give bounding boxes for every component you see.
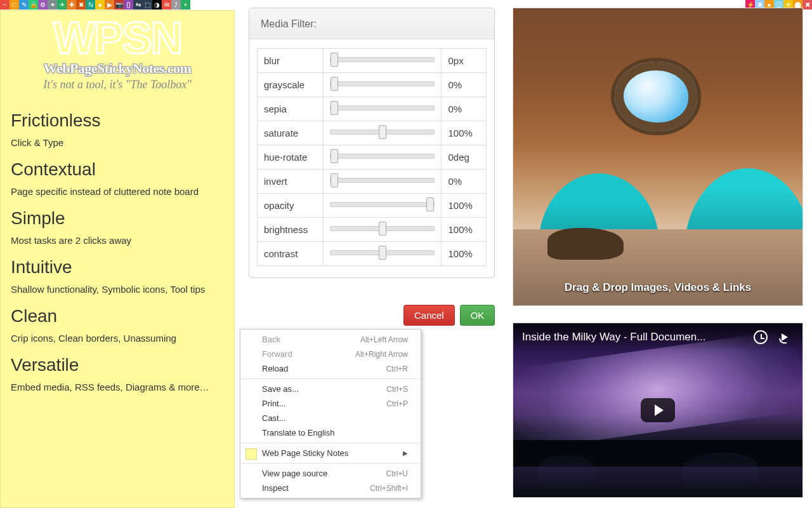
menu-divider — [240, 463, 421, 464]
image-sticky-note[interactable]: Drag & Drop Images, Videos & Links — [513, 8, 803, 306]
video-title-bar: Inside the Milky Way - Full Documen... — [513, 323, 802, 351]
cave-image: Drag & Drop Images, Videos & Links — [513, 8, 802, 305]
filter-slider-contrast[interactable] — [330, 247, 435, 258]
menu-item-save-as[interactable]: Save as...Ctrl+S — [240, 382, 421, 396]
feature-heading: Contextual — [11, 159, 224, 180]
toolbar-icon[interactable]: □ — [10, 0, 19, 10]
toolbar-icon[interactable]: ⤴ — [171, 0, 181, 10]
feature-description: Crip icons, Clean borders, Unassuming — [11, 333, 224, 344]
filter-value: 0% — [442, 73, 487, 97]
menu-item-label: Save as... — [262, 384, 299, 394]
wpsn-logo-letters: WPSN — [11, 16, 224, 60]
feature-heading: Clean — [11, 306, 224, 326]
filter-slider-grayscale[interactable] — [330, 78, 435, 90]
menu-divider — [240, 443, 421, 443]
feature-description: Shallow functionality, Symbolic icons, T… — [11, 284, 224, 295]
ok-button[interactable]: OK — [460, 305, 495, 326]
menu-item-inspect[interactable]: InspectCtrl+Shift+I — [240, 481, 421, 495]
media-filter-heading: Media Filter: — [249, 8, 494, 39]
toolbar-icon[interactable]: − — [0, 0, 10, 10]
filter-value: 100% — [442, 218, 487, 242]
filter-name: grayscale — [258, 73, 324, 97]
filter-slider-sepia[interactable] — [330, 102, 435, 114]
toolbar-icon[interactable]: ● — [95, 0, 105, 10]
feature-heading: Intuitive — [11, 257, 224, 277]
menu-shortcut: Alt+Left Arrow — [360, 335, 408, 344]
toolbar-icon[interactable]: ⬚ — [143, 0, 152, 10]
filter-value: 0deg — [442, 145, 487, 170]
cancel-button[interactable]: Cancel — [403, 305, 455, 326]
toolbar-icon[interactable]: ✉ — [162, 0, 171, 10]
video-sticky-note[interactable]: Inside the Milky Way - Full Documen... — [513, 323, 803, 498]
toolbar-icon[interactable]: 📷 — [114, 0, 124, 10]
menu-shortcut: Ctrl+U — [386, 469, 408, 478]
toolbar-icon[interactable]: ⇆ — [133, 0, 143, 10]
filter-value: 0px — [442, 49, 487, 73]
menu-item-print[interactable]: Print...Ctrl+P — [240, 396, 421, 411]
menu-item-view-page-source[interactable]: View page sourceCtrl+U — [240, 466, 421, 481]
toolbar-icon[interactable]: ✖ — [802, 0, 812, 10]
toolbar-icon[interactable]: ✈ — [57, 0, 67, 10]
filter-value: 0% — [442, 170, 487, 194]
wpsn-tagline: It's not a tool, it's "The Toolbox" — [11, 78, 224, 91]
menu-item-label: Reload — [262, 364, 288, 373]
menu-item-label: Translate to English — [262, 428, 334, 438]
toolbar-icon[interactable]: ✖ — [76, 0, 86, 10]
note-toolbar-left: −□✎🔒⚙✦✈✚✖ℕ●▶📷{}⇆⬚◑✉⤴+ — [0, 0, 190, 10]
feature-description: Page specific instead of cluttered note … — [11, 186, 224, 197]
feature-description: Click & Type — [11, 137, 224, 148]
toolbar-icon[interactable]: ◑ — [152, 0, 162, 10]
filter-name: contrast — [258, 242, 324, 266]
video-title: Inside the Milky Way - Full Documen... — [522, 331, 745, 344]
toolbar-icon[interactable]: ℕ — [86, 0, 95, 10]
menu-item-forward: ForwardAlt+Right Arrow — [240, 347, 421, 361]
filter-slider-hue-rotate[interactable] — [330, 150, 435, 162]
filter-value: 100% — [442, 242, 487, 266]
menu-item-cast[interactable]: Cast... — [240, 411, 421, 425]
toolbar-icon[interactable]: ✎ — [19, 0, 29, 10]
menu-shortcut: Ctrl+S — [386, 385, 408, 394]
menu-item-label: Forward — [262, 349, 292, 359]
filter-name: invert — [258, 170, 324, 194]
play-button[interactable] — [641, 398, 675, 422]
filter-slider-saturate[interactable] — [330, 126, 435, 138]
menu-item-translate-to-english[interactable]: Translate to English — [240, 425, 421, 440]
wpsn-url: WebPageStickyNotes.com — [11, 60, 224, 77]
filter-value: 100% — [442, 194, 487, 218]
toolbar-icon[interactable]: {} — [124, 0, 133, 10]
menu-shortcut: Ctrl+R — [386, 364, 408, 373]
menu-item-back: BackAlt+Left Arrow — [240, 332, 421, 347]
menu-item-label: Web Page Sticky Notes — [262, 448, 348, 458]
feature-description: Most tasks are 2 clicks away — [11, 235, 224, 246]
menu-item-label: Inspect — [262, 483, 289, 493]
context-menu: BackAlt+Left ArrowForwardAlt+Right Arrow… — [240, 329, 421, 498]
toolbar-icon[interactable]: ▶ — [105, 0, 114, 10]
filter-name: brightness — [258, 218, 324, 242]
filter-name: saturate — [258, 121, 324, 145]
filter-slider-blur[interactable] — [330, 54, 435, 65]
menu-item-web-page-sticky-notes[interactable]: Web Page Sticky Notes▶ — [240, 446, 421, 460]
sticky-note-left: WPSN WebPageStickyNotes.com It's not a t… — [0, 10, 235, 508]
menu-shortcut: Ctrl+Shift+I — [370, 484, 408, 493]
filter-slider-invert[interactable] — [330, 175, 435, 186]
submenu-arrow-icon: ▶ — [403, 450, 408, 457]
toolbar-icon[interactable]: 🔒 — [29, 0, 38, 10]
toolbar-icon[interactable]: ✚ — [67, 0, 76, 10]
media-filter-table: blur0pxgrayscale0%sepia0%saturate100%hue… — [257, 48, 487, 266]
watch-later-icon[interactable] — [752, 328, 769, 346]
toolbar-icon[interactable]: ✦ — [48, 0, 57, 10]
menu-item-reload[interactable]: ReloadCtrl+R — [240, 361, 421, 376]
filter-slider-opacity[interactable] — [330, 199, 435, 210]
menu-shortcut: Ctrl+P — [386, 399, 408, 408]
menu-shortcut: Alt+Right Arrow — [355, 350, 408, 359]
share-icon[interactable] — [776, 328, 794, 346]
filter-name: hue-rotate — [258, 145, 324, 170]
image-caption: Drag & Drop Images, Videos & Links — [513, 281, 802, 294]
media-filter-dialog: Media Filter: blur0pxgrayscale0%sepia0%s… — [249, 8, 495, 278]
menu-item-label: Print... — [262, 399, 286, 408]
toolbar-icon[interactable]: ⚙ — [38, 0, 48, 10]
filter-value: 0% — [442, 97, 487, 121]
toolbar-icon[interactable]: + — [181, 0, 190, 10]
menu-item-label: Cast... — [262, 413, 286, 423]
filter-slider-brightness[interactable] — [330, 223, 435, 234]
